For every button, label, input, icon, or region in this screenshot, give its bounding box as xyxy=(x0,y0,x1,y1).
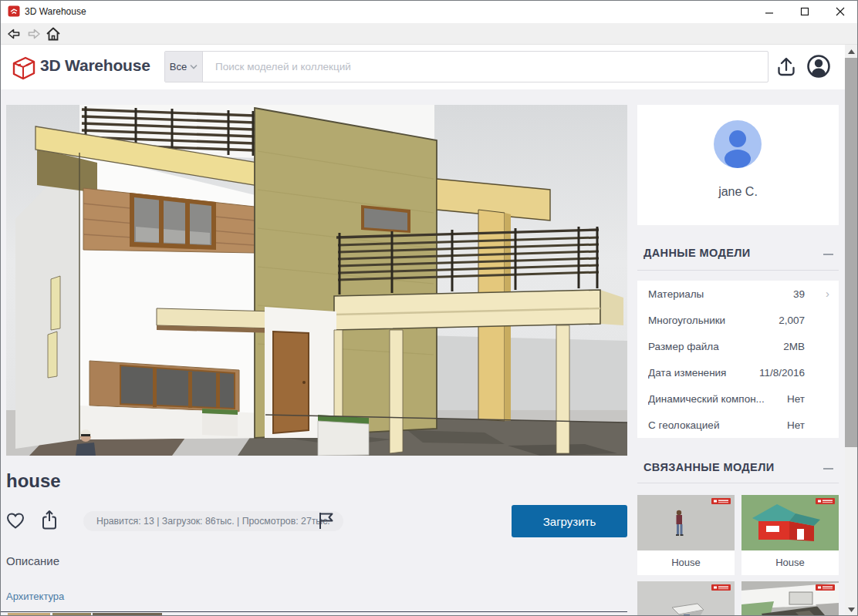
related-model-caption: House xyxy=(741,550,839,575)
avatar[interactable] xyxy=(714,120,762,168)
minimize-button[interactable] xyxy=(752,0,787,23)
triangle-down-icon xyxy=(848,608,855,612)
close-icon xyxy=(836,7,845,16)
related-model-thumbnail xyxy=(637,581,735,616)
cutoff-content-strip xyxy=(52,613,91,616)
cutoff-content-strip xyxy=(93,613,162,616)
related-models-section-title: СВЯЗАННЫЕ МОДЕЛИ xyxy=(644,461,775,473)
minus-icon xyxy=(823,468,833,470)
related-model-card[interactable]: House xyxy=(637,495,735,575)
related-model-thumbnail xyxy=(741,495,839,550)
related-model-thumbnail xyxy=(637,495,735,550)
maximize-button[interactable] xyxy=(787,0,823,23)
minimize-icon xyxy=(765,7,774,16)
search-filter-dropdown[interactable]: Все xyxy=(165,52,203,82)
author-name: jane C. xyxy=(637,185,839,199)
related-model-thumbnail xyxy=(741,581,839,616)
flag-report-button[interactable] xyxy=(317,511,335,530)
search-bar: Все xyxy=(164,51,768,82)
data-row-filesize: Размер файла 2MB xyxy=(637,333,839,359)
back-button[interactable] xyxy=(6,27,22,41)
window-title: 3D Warehouse xyxy=(25,6,86,17)
browser-navbar xyxy=(0,23,858,45)
data-row-dynamic-component: Динамический компон... Нет xyxy=(637,385,839,412)
sidebar: jane C. ДАННЫЕ МОДЕЛИ Материалы 39 › Мно… xyxy=(637,105,839,616)
collapse-model-data-button[interactable] xyxy=(822,248,834,261)
model-stats-badge: Нравится: 13 | Загрузок: 86тыс. | Просмо… xyxy=(83,511,343,531)
data-row-geolocation: С геолокацией Нет xyxy=(637,412,839,438)
profile-button[interactable] xyxy=(806,53,832,79)
close-button[interactable] xyxy=(823,0,858,23)
chevron-down-icon xyxy=(190,64,198,69)
triangle-up-icon xyxy=(848,49,855,54)
divider xyxy=(637,270,839,271)
app-logo-icon xyxy=(8,5,21,18)
scrollbar-thumb[interactable] xyxy=(845,58,858,447)
download-button[interactable]: Загрузить xyxy=(512,505,627,537)
related-model-card[interactable] xyxy=(637,581,735,616)
related-model-card[interactable] xyxy=(741,581,839,616)
search-filter-label: Все xyxy=(170,61,187,72)
model-viewport-image[interactable] xyxy=(6,105,627,456)
site-header: 3D Warehouse Все xyxy=(0,45,858,89)
description-heading: Описание xyxy=(6,554,59,567)
share-button[interactable] xyxy=(40,510,59,530)
scrollbar-up-button[interactable] xyxy=(845,45,858,58)
category-link[interactable]: Архитектура xyxy=(6,591,64,602)
model-data-card: Материалы 39 › Многоугольники 2,007 Разм… xyxy=(637,281,839,438)
section-divider xyxy=(0,611,627,612)
forward-button[interactable] xyxy=(26,27,42,41)
maximize-icon xyxy=(800,7,809,16)
brand-title[interactable]: 3D Warehouse xyxy=(40,56,150,75)
data-row-polygons: Многоугольники 2,007 xyxy=(637,307,839,333)
avatar-person-icon xyxy=(714,120,762,168)
related-model-card[interactable]: House xyxy=(741,495,839,575)
model-title: house xyxy=(6,470,61,492)
model-data-section-title: ДАННЫЕ МОДЕЛИ xyxy=(644,247,751,259)
scrollbar-down-button[interactable] xyxy=(845,603,858,616)
app-window: 3D Warehouse xyxy=(0,0,858,616)
related-model-caption: House xyxy=(637,550,735,575)
data-row-materials[interactable]: Материалы 39 › xyxy=(637,281,839,307)
search-input[interactable] xyxy=(203,52,768,82)
titlebar: 3D Warehouse xyxy=(0,0,858,23)
collapse-related-models-button[interactable] xyxy=(822,463,834,475)
home-button[interactable] xyxy=(45,25,62,42)
divider xyxy=(637,483,839,483)
brand-logo-icon xyxy=(10,55,38,81)
like-button[interactable] xyxy=(6,512,25,530)
cutoff-content-strip xyxy=(8,613,50,616)
minus-icon xyxy=(823,254,833,255)
author-card[interactable]: jane C. xyxy=(637,105,839,225)
upload-button[interactable] xyxy=(774,54,799,79)
chevron-right-icon: › xyxy=(826,287,829,300)
data-row-modified-date: Дата изменения 11/8/2016 xyxy=(637,359,839,385)
